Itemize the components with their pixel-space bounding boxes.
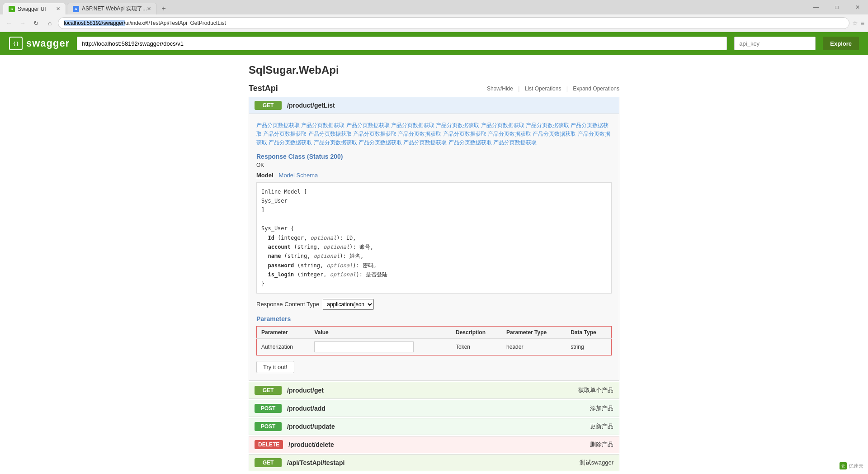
post-add-method-badge: POST (255, 404, 282, 413)
params-table-body: Authorization Token header string (257, 338, 612, 355)
inline-model-close: ] (261, 205, 607, 214)
model-tab-schema[interactable]: Model Schema (279, 172, 318, 179)
inline-model-item: Sys_User (261, 196, 607, 205)
url-highlighted: localhost:58192/swagger/ui/index#!/TestA… (64, 20, 226, 26)
delete-method-badge: DELETE (255, 440, 283, 449)
param-name-authorization: Authorization (257, 338, 310, 355)
endpoint-get-list-header[interactable]: GET /product/getList (249, 97, 619, 114)
field-is-login: is_login (integer, optional): 是否登陆 (261, 270, 607, 279)
swagger-api-key-input[interactable] (734, 37, 816, 50)
field-name: name (string, optional): 姓名, (261, 251, 607, 261)
api-section-header: TestApi Show/Hide | List Operations | Ex… (249, 84, 619, 93)
swagger-logo: { } swagger (9, 37, 70, 50)
params-header-row: Parameter Value Description Parameter Ty… (257, 326, 612, 338)
endpoint-post-update-block: POST /product/update 更新产品 (249, 418, 619, 435)
endpoint-get-list-block: GET /product/getList 产品分页数据获取 产品分页数据获取 产… (249, 97, 619, 381)
explore-button[interactable]: Explore (823, 37, 859, 50)
sys-user-open: Sys_User { (261, 224, 607, 233)
params-table-head: Parameter Value Description Parameter Ty… (257, 326, 612, 338)
swagger-logo-icon: { } (9, 37, 23, 50)
watermark: 云 亿速云 (840, 462, 863, 469)
tab-aspnet-label: ASP.NET WebApi 实现了... (82, 5, 147, 13)
parameters-title: Parameters (256, 315, 612, 322)
endpoint-testapi-header[interactable]: GET /api/TestApi/testapi 测试swagger (249, 455, 619, 471)
endpoint-get-list-body: 产品分页数据获取 产品分页数据获取 产品分页数据获取 产品分页数据获取 产品分页… (249, 114, 619, 380)
try-out-button[interactable]: Try it out! (256, 361, 294, 373)
table-row: Authorization Token header string (257, 338, 612, 355)
col-parameter: Parameter (257, 326, 310, 338)
delete-desc: 删除产品 (590, 441, 613, 449)
tab-swagger-close[interactable]: ✕ (56, 6, 60, 12)
swagger-url-input[interactable] (77, 37, 727, 50)
response-content-type-label: Response Content Type (256, 301, 319, 308)
testapi-path: /api/TestApi/testapi (287, 459, 580, 466)
response-content-type-row: Response Content Type application/json (256, 299, 612, 310)
refresh-button[interactable]: ↻ (31, 18, 42, 28)
parameters-table: Parameter Value Description Parameter Ty… (256, 326, 612, 356)
aspnet-favicon: A (73, 6, 79, 12)
home-button[interactable]: ⌂ (44, 18, 55, 28)
post-add-desc: 添加产品 (590, 404, 613, 412)
watermark-text: 亿速云 (849, 463, 863, 469)
tab-swagger-label: Swagger UI (18, 6, 46, 12)
get-list-method-badge: GET (255, 101, 282, 110)
address-bar: ← → ↻ ⌂ localhost:58192/swagger/ui/index… (0, 14, 868, 32)
sys-user-close: } (261, 279, 607, 288)
expand-operations-link[interactable]: Expand Operations (573, 85, 619, 92)
endpoint-post-add-header[interactable]: POST /product/add 添加产品 (249, 400, 619, 417)
endpoint-get-product-header[interactable]: GET /product/get 获取单个产品 (249, 382, 619, 398)
back-button[interactable]: ← (4, 18, 14, 28)
col-param-type: Parameter Type (502, 326, 566, 338)
col-description: Description (451, 326, 502, 338)
endpoint-post-update-header[interactable]: POST /product/update 更新产品 (249, 418, 619, 435)
app-title: SqlSugar.WebApi (249, 64, 619, 76)
bookmark-star-icon[interactable]: ☆ (852, 19, 858, 27)
col-value: Value (310, 326, 451, 338)
param-value-cell (310, 338, 451, 355)
window-controls: — □ ✕ (806, 0, 868, 14)
param-data-type-string: string (566, 338, 611, 355)
get-list-description: 产品分页数据获取 产品分页数据获取 产品分页数据获取 产品分页数据获取 产品分页… (256, 121, 612, 147)
browser-menu-icon[interactable]: ≡ (861, 19, 864, 27)
endpoint-testapi-block: GET /api/TestApi/testapi 测试swagger (249, 454, 619, 471)
get-product-method-badge: GET (255, 386, 282, 395)
tab-swagger[interactable]: S Swagger UI ✕ (3, 3, 66, 14)
maximize-button[interactable]: □ (826, 0, 847, 14)
response-class-title: Response Class (Status 200) (256, 153, 612, 160)
minimize-button[interactable]: — (806, 0, 826, 14)
endpoint-get-product-block: GET /product/get 获取单个产品 (249, 382, 619, 399)
api-section: TestApi Show/Hide | List Operations | Ex… (249, 84, 619, 471)
inline-model-header: Inline Model [ (261, 187, 607, 196)
param-description-token: Token (451, 338, 502, 355)
post-update-method-badge: POST (255, 422, 282, 431)
address-input[interactable]: localhost:58192/swagger/ui/index#!/TestA… (58, 17, 849, 29)
new-tab-button[interactable]: + (158, 4, 170, 14)
swagger-logo-text: swagger (26, 38, 70, 49)
model-tab-model[interactable]: Model (256, 172, 274, 179)
swagger-favicon: S (9, 6, 15, 12)
post-add-path: /product/add (287, 405, 590, 412)
endpoint-delete-block: DELETE /product/delete 删除产品 (249, 436, 619, 453)
swagger-header: { } swagger Explore (0, 32, 868, 55)
get-list-path: /product/getList (287, 102, 613, 109)
forward-button[interactable]: → (17, 18, 28, 28)
response-content-type-select[interactable]: application/json (323, 299, 374, 310)
inline-model-box: Inline Model [ Sys_User ] Sys_User { Id … (256, 182, 612, 294)
show-hide-link[interactable]: Show/Hide (487, 85, 513, 92)
post-update-path: /product/update (287, 423, 590, 430)
testapi-method-badge: GET (255, 458, 282, 467)
tab-aspnet-close[interactable]: ✕ (147, 6, 151, 12)
field-id: Id (integer, optional): ID, (261, 233, 607, 242)
list-operations-link[interactable]: List Operations (525, 85, 561, 92)
post-update-desc: 更新产品 (590, 422, 613, 431)
param-type-header: header (502, 338, 566, 355)
close-button[interactable]: ✕ (847, 0, 868, 14)
authorization-value-input[interactable] (314, 341, 414, 352)
response-ok-text: OK (256, 162, 612, 168)
tab-aspnet[interactable]: A ASP.NET WebApi 实现了... ✕ (67, 3, 157, 14)
api-section-links: Show/Hide | List Operations | Expand Ope… (483, 85, 619, 92)
endpoint-delete-header[interactable]: DELETE /product/delete 删除产品 (249, 436, 619, 453)
watermark-icon: 云 (840, 462, 847, 469)
testapi-desc: 测试swagger (580, 459, 613, 467)
col-data-type: Data Type (566, 326, 611, 338)
